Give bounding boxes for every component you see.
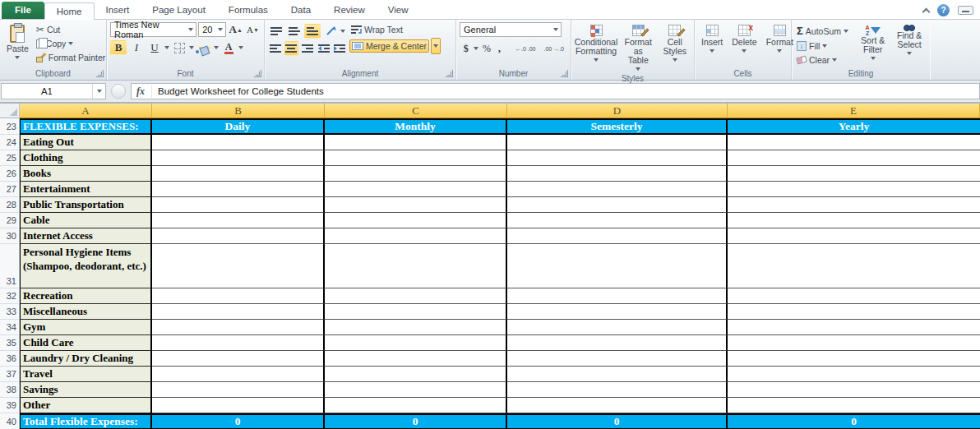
- row-header[interactable]: 23: [0, 118, 20, 135]
- increase-decimal-button[interactable]: ←.0 .00: [512, 44, 539, 54]
- fill-color-button[interactable]: [196, 40, 212, 55]
- decrease-indent-button[interactable]: [317, 41, 331, 56]
- currency-dropdown-icon[interactable]: [474, 47, 478, 53]
- cell[interactable]: [507, 382, 728, 398]
- column-header-a[interactable]: A: [20, 104, 152, 118]
- formula-input-area[interactable]: fx Budget Worksheet for College Students: [131, 83, 980, 99]
- cell-expense-label[interactable]: Miscellaneous: [20, 304, 152, 320]
- format-as-table-button[interactable]: Format as Table: [620, 22, 656, 74]
- minimize-window-icon[interactable]: [958, 6, 973, 15]
- cell[interactable]: [728, 367, 980, 382]
- cell-expense-label[interactable]: Laundry / Dry Cleaning: [20, 351, 152, 367]
- cell[interactable]: [728, 197, 980, 213]
- cell[interactable]: [728, 288, 980, 304]
- cell[interactable]: [507, 166, 728, 182]
- orientation-dropdown-icon[interactable]: [340, 30, 345, 35]
- cell[interactable]: [507, 320, 728, 335]
- cell-col-monthly[interactable]: Monthly: [325, 118, 507, 135]
- column-header-e[interactable]: E: [728, 104, 980, 118]
- cell[interactable]: [728, 244, 980, 288]
- cell[interactable]: [728, 335, 980, 351]
- cell-expense-label[interactable]: Other: [20, 398, 152, 413]
- cell[interactable]: [507, 398, 728, 413]
- cell-expense-label[interactable]: Gym: [20, 320, 152, 335]
- cell-expense-label[interactable]: Travel: [20, 367, 152, 382]
- select-all-corner[interactable]: [0, 104, 20, 118]
- cell-expense-label[interactable]: Entertainment: [20, 182, 152, 197]
- cell[interactable]: [152, 304, 325, 320]
- row-header[interactable]: 26: [0, 166, 20, 182]
- cell-expense-label[interactable]: Books: [20, 166, 152, 182]
- cell[interactable]: [325, 304, 507, 320]
- cell[interactable]: [507, 288, 728, 304]
- cell[interactable]: [325, 197, 507, 213]
- cell-expense-label[interactable]: Personal Hygiene Items (Shampoo, deodora…: [20, 244, 152, 288]
- cell[interactable]: [325, 182, 507, 197]
- comma-format-button[interactable]: ,: [495, 41, 505, 56]
- cell-expense-label[interactable]: Recreation: [20, 288, 152, 304]
- cell-col-daily[interactable]: Daily: [152, 118, 325, 135]
- shrink-font-button[interactable]: A▼: [245, 22, 261, 37]
- cell[interactable]: [152, 150, 325, 166]
- fill-color-dropdown-icon[interactable]: [214, 46, 219, 52]
- cell[interactable]: [728, 304, 980, 320]
- cell[interactable]: [728, 382, 980, 398]
- cell[interactable]: [507, 135, 728, 150]
- cell-section-title[interactable]: FLEXIBLE EXPENSES:: [20, 118, 152, 135]
- align-right-button[interactable]: [300, 41, 315, 56]
- name-box[interactable]: A1: [1, 83, 106, 99]
- cut-button[interactable]: ✂ Cut: [35, 24, 107, 35]
- fx-icon[interactable]: fx: [132, 85, 152, 98]
- paste-button[interactable]: Paste: [3, 22, 32, 67]
- row-header[interactable]: 36: [0, 351, 20, 367]
- cell[interactable]: [507, 335, 728, 351]
- cell[interactable]: [325, 244, 507, 288]
- cell[interactable]: [325, 398, 507, 413]
- cell[interactable]: [507, 213, 728, 228]
- sort-filter-button[interactable]: AZ Sort & Filter: [856, 22, 890, 67]
- borders-dropdown-icon[interactable]: [189, 46, 194, 52]
- tab-formulas[interactable]: Formulas: [217, 2, 280, 19]
- cell[interactable]: [507, 228, 728, 244]
- row-header[interactable]: 38: [0, 382, 20, 398]
- tab-home[interactable]: Home: [44, 2, 95, 20]
- cell[interactable]: [325, 335, 507, 351]
- align-center-button[interactable]: [284, 41, 299, 56]
- underline-dropdown-icon[interactable]: [164, 46, 169, 52]
- cell[interactable]: [152, 182, 325, 197]
- cell[interactable]: [728, 182, 980, 197]
- row-header[interactable]: 33: [0, 304, 20, 320]
- row-header[interactable]: 31: [0, 244, 20, 288]
- cell[interactable]: [325, 166, 507, 182]
- copy-button[interactable]: Copy: [35, 38, 107, 49]
- cell-expense-label[interactable]: Savings: [20, 382, 152, 398]
- tab-data[interactable]: Data: [280, 2, 322, 19]
- column-header-b[interactable]: B: [152, 104, 325, 118]
- row-header[interactable]: 34: [0, 320, 20, 335]
- cell[interactable]: [325, 382, 507, 398]
- cell-col-semesterly[interactable]: Semesterly: [507, 118, 728, 135]
- column-header-d[interactable]: D: [507, 104, 728, 118]
- cell[interactable]: [152, 351, 325, 367]
- cell[interactable]: [728, 213, 980, 228]
- collapse-ribbon-icon[interactable]: [922, 7, 931, 16]
- tab-review[interactable]: Review: [322, 2, 377, 19]
- cell[interactable]: [507, 351, 728, 367]
- clear-button[interactable]: Clear: [795, 54, 853, 66]
- cell[interactable]: [507, 367, 728, 382]
- delete-cells-button[interactable]: x Delete: [728, 22, 760, 67]
- cell[interactable]: [507, 150, 728, 166]
- cell-total-monthly[interactable]: 0: [325, 413, 507, 429]
- tab-file[interactable]: File: [2, 2, 44, 19]
- font-size-combo[interactable]: 20: [198, 22, 226, 37]
- increase-indent-button[interactable]: [332, 41, 347, 56]
- row-header[interactable]: 28: [0, 197, 20, 213]
- cell[interactable]: [152, 228, 325, 244]
- format-painter-button[interactable]: Format Painter: [35, 52, 107, 63]
- orientation-button[interactable]: [322, 24, 339, 39]
- row-header[interactable]: 35: [0, 335, 20, 351]
- cell[interactable]: [507, 304, 728, 320]
- cell[interactable]: [728, 150, 980, 166]
- cell[interactable]: [152, 213, 325, 228]
- row-header[interactable]: 29: [0, 213, 20, 228]
